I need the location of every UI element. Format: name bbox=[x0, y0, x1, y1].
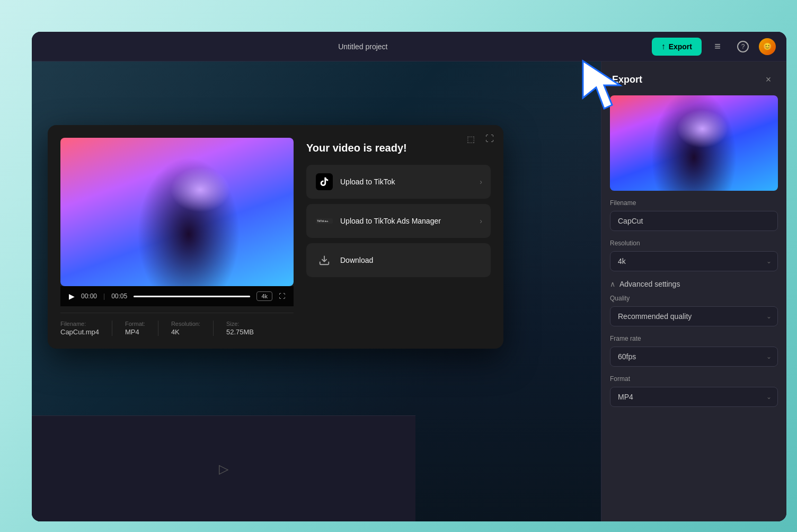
quality-section: Quality Recommended quality Low quality … bbox=[601, 295, 786, 335]
resolution-label: Resolution: bbox=[171, 321, 200, 327]
svg-text:Ads: Ads bbox=[325, 220, 329, 223]
time-separator: | bbox=[103, 292, 105, 300]
export-sidebar: Export × Filename Resolution 4k bbox=[601, 61, 786, 521]
filename-input[interactable] bbox=[610, 211, 778, 231]
export-thumbnail bbox=[610, 95, 778, 191]
main-content: ⬚ ⛶ ▶ bbox=[32, 61, 786, 521]
tiktok-icon bbox=[316, 173, 333, 190]
comment-icon: ⬚ bbox=[467, 134, 475, 144]
timeline-play-icon: ▷ bbox=[219, 462, 228, 476]
resolution-select-wrapper: 4k 2k 1080p 720p 480p 360p ⌄ bbox=[610, 251, 778, 271]
maximize-icon: ⛶ bbox=[485, 134, 494, 144]
framerate-section: Frame rate 60fps 30fps 24fps ⌄ bbox=[601, 335, 786, 375]
export-up-icon: ↑ bbox=[661, 42, 666, 51]
format-section: Format MP4 MOV AVI GIF ⌄ bbox=[601, 375, 786, 415]
file-info-resolution: Resolution: 4K bbox=[171, 321, 200, 336]
current-time: 00:00 bbox=[81, 292, 97, 300]
resolution-section: Resolution 4k 2k 1080p 720p 480p 360p ⌄ bbox=[601, 240, 786, 280]
filename-section: Filename bbox=[601, 199, 786, 240]
editor-area: ⬚ ⛶ ▶ bbox=[32, 61, 601, 521]
quality-select[interactable]: Recommended quality Low quality High qua… bbox=[610, 306, 778, 326]
separator-2 bbox=[158, 321, 158, 336]
play-icon: ▶ bbox=[69, 292, 75, 300]
play-button[interactable]: ▶ bbox=[69, 292, 75, 300]
menu-icon: ≡ bbox=[714, 40, 721, 52]
advanced-settings-toggle[interactable]: ∧ Advanced settings bbox=[601, 280, 786, 295]
progress-fill bbox=[134, 296, 250, 297]
size-label: Size: bbox=[226, 321, 254, 327]
quality-select-wrapper: Recommended quality Low quality High qua… bbox=[610, 306, 778, 326]
help-icon: ? bbox=[737, 41, 749, 52]
file-info-filename: Filename: CapCut.mp4 bbox=[60, 321, 99, 336]
filename-label: Filename: bbox=[60, 321, 99, 327]
download-button[interactable]: Download bbox=[306, 243, 491, 277]
quality-badge: 4k bbox=[256, 291, 272, 301]
modal-top-icons: ⬚ ⛶ bbox=[463, 131, 497, 146]
app-window: Untitled project ↑ Export ≡ ? 😊 bbox=[32, 32, 786, 521]
project-title: Untitled project bbox=[338, 42, 387, 51]
top-bar: Untitled project ↑ Export ≡ ? 😊 bbox=[32, 32, 786, 61]
resolution-select[interactable]: 4k 2k 1080p 720p 480p 360p bbox=[610, 251, 778, 271]
format-label: Format: bbox=[125, 321, 145, 327]
separator-3 bbox=[213, 321, 214, 336]
fullscreen-icon: ⛶ bbox=[279, 292, 285, 300]
format-select[interactable]: MP4 MOV AVI GIF bbox=[610, 387, 778, 407]
download-label: Download bbox=[340, 256, 373, 264]
fullscreen-button[interactable]: ⛶ bbox=[279, 292, 285, 300]
download-icon bbox=[316, 252, 333, 269]
file-info-format: Format: MP4 bbox=[125, 321, 145, 336]
filename-value: CapCut.mp4 bbox=[60, 328, 99, 336]
format-value: MP4 bbox=[125, 328, 145, 336]
tiktok-ads-icon: TikTok Ads bbox=[316, 212, 333, 229]
tiktok-ads-chevron-icon: › bbox=[480, 217, 482, 225]
maximize-icon-button[interactable]: ⛶ bbox=[482, 131, 497, 146]
video-controls: ▶ 00:00 | 00:05 4k ⛶ bbox=[60, 286, 294, 306]
tiktok-ads-label: Upload to TikTok Ads Manager bbox=[340, 217, 441, 225]
framerate-section-label: Frame rate bbox=[610, 335, 778, 342]
tiktok-chevron-icon: › bbox=[480, 178, 482, 186]
modal-inner: ▶ 00:00 | 00:05 4k ⛶ bbox=[48, 125, 503, 349]
close-icon: × bbox=[766, 74, 772, 85]
comment-icon-button[interactable]: ⬚ bbox=[463, 131, 478, 146]
framerate-select[interactable]: 60fps 30fps 24fps bbox=[610, 347, 778, 367]
action-panel: Your video is ready! Upload to TikTok › bbox=[306, 138, 491, 282]
export-panel-title: Export bbox=[612, 74, 642, 85]
chevron-up-icon: ∧ bbox=[610, 280, 615, 288]
video-preview: ▶ 00:00 | 00:05 4k ⛶ bbox=[60, 138, 294, 336]
file-info: Filename: CapCut.mp4 Format: MP4 Resolut… bbox=[60, 313, 294, 336]
resolution-section-label: Resolution bbox=[610, 240, 778, 247]
help-button[interactable]: ? bbox=[733, 37, 752, 56]
timeline-play-button[interactable]: ▷ bbox=[219, 462, 228, 476]
separator-1 bbox=[112, 321, 112, 336]
export-thumbnail-image bbox=[610, 95, 778, 191]
format-section-label: Format bbox=[610, 375, 778, 383]
file-info-size: Size: 52.75MB bbox=[226, 321, 254, 336]
resolution-value: 4K bbox=[171, 328, 200, 336]
menu-button[interactable]: ≡ bbox=[708, 37, 727, 56]
size-value: 52.75MB bbox=[226, 328, 254, 336]
video-ready-modal: ⬚ ⛶ ▶ bbox=[48, 125, 503, 349]
total-time: 00:05 bbox=[111, 292, 127, 300]
avatar[interactable]: 😊 bbox=[759, 38, 776, 55]
upload-tiktok-ads-button[interactable]: TikTok Ads Upload to TikTok Ads Manager … bbox=[306, 204, 491, 238]
upload-tiktok-button[interactable]: Upload to TikTok › bbox=[306, 165, 491, 199]
avatar-text: 😊 bbox=[763, 42, 772, 50]
framerate-select-wrapper: 60fps 30fps 24fps ⌄ bbox=[610, 347, 778, 367]
export-button[interactable]: ↑ Export bbox=[652, 38, 702, 56]
export-close-button[interactable]: × bbox=[761, 72, 776, 87]
export-header: Export × bbox=[601, 61, 786, 95]
advanced-settings-label: Advanced settings bbox=[619, 280, 680, 288]
quality-section-label: Quality bbox=[610, 295, 778, 302]
timeline-area: ▷ bbox=[32, 415, 415, 521]
svg-text:TikTok: TikTok bbox=[317, 220, 324, 223]
video-thumbnail bbox=[60, 138, 294, 286]
tiktok-label: Upload to TikTok bbox=[340, 178, 395, 186]
format-select-wrapper: MP4 MOV AVI GIF ⌄ bbox=[610, 387, 778, 407]
top-bar-actions: ↑ Export ≡ ? 😊 bbox=[652, 37, 776, 56]
progress-bar[interactable] bbox=[134, 296, 250, 297]
video-frame bbox=[60, 138, 294, 286]
timeline-play: ▷ bbox=[32, 416, 415, 521]
filename-section-label: Filename bbox=[610, 199, 778, 207]
